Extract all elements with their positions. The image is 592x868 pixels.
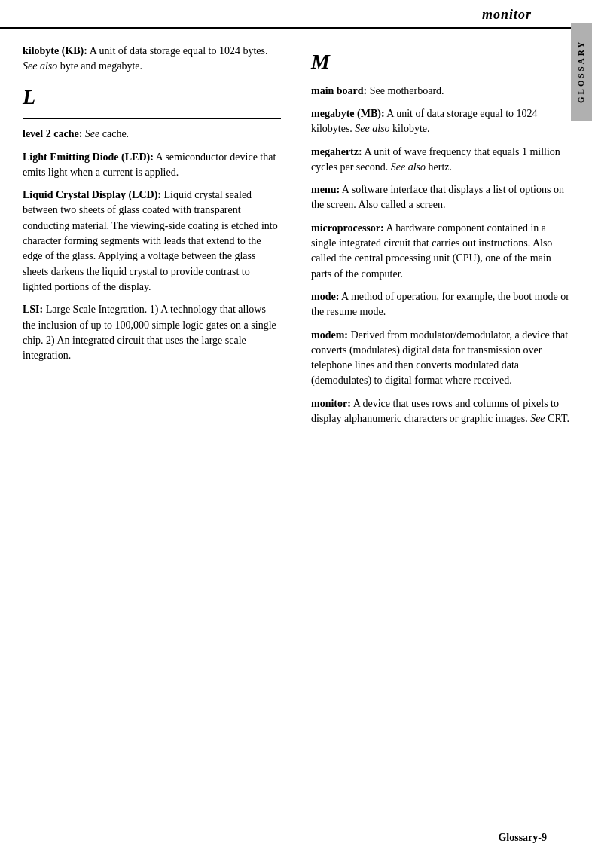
megahertz-term: megahertz: (311, 146, 362, 157)
side-tab-label: GLOSSARY (575, 40, 587, 103)
entry-kilobyte: kilobyte (KB): A unit of data storage eq… (23, 44, 281, 75)
menu-def: A software interface that displays a lis… (311, 184, 564, 210)
entry-level2cache: level 2 cache: See cache. (23, 127, 281, 142)
entry-mode: mode: A method of operation, for example… (311, 289, 569, 320)
page-container: monitor GLOSSARY kilobyte (KB): A unit o… (0, 0, 592, 868)
megabyte-term: megabyte (MB): (311, 108, 385, 119)
microprocessor-term: microprocessor: (311, 222, 384, 234)
entry-lsi: LSI: Large Scale Integration. 1) A techn… (23, 302, 281, 363)
lcd-term: Liquid Crystal Display (LCD): (23, 189, 161, 200)
entry-monitor: monitor: A device that uses rows and col… (311, 396, 569, 427)
modem-term: modem: (311, 329, 348, 341)
level2cache-term: level 2 cache: (23, 128, 82, 139)
lcd-def: Liquid crystal sealed between two sheets… (23, 189, 278, 292)
kilobyte-term: kilobyte (KB): (23, 45, 87, 57)
mainboard-def: See motherboard. (370, 85, 444, 96)
led-term: Light Emitting Diode (LED): (23, 151, 154, 163)
left-column: kilobyte (KB): A unit of data storage eq… (23, 44, 296, 434)
entry-mainboard: main board: See motherboard. (311, 84, 569, 99)
entry-menu: menu: A software interface that displays… (311, 182, 569, 213)
mode-def: A method of operation, for example, the … (311, 291, 569, 317)
footer-label: Glossary-9 (498, 832, 547, 843)
section-letter-L: L (23, 82, 281, 113)
lsi-term: LSI: (23, 304, 43, 315)
glossary-side-tab: GLOSSARY (571, 23, 592, 121)
monitor-term: monitor: (311, 398, 351, 409)
mode-term: mode: (311, 291, 339, 302)
entry-modem: modem: Derived from modulator/demodulato… (311, 328, 569, 389)
entry-lcd: Liquid Crystal Display (LCD): Liquid cry… (23, 188, 281, 295)
entry-led: Light Emitting Diode (LED): A semiconduc… (23, 150, 281, 181)
entry-megahertz: megahertz: A unit of wave frequency that… (311, 145, 569, 176)
menu-term: menu: (311, 184, 340, 195)
section-letter-M: M (311, 47, 569, 78)
modem-def: Derived from modulator/demodulator, a de… (311, 329, 568, 387)
kilobyte-text: kilobyte (KB): A unit of data storage eq… (23, 44, 281, 75)
lsi-def: Large Scale Integration. 1) A technology… (23, 304, 276, 361)
content-area: kilobyte (KB): A unit of data storage eq… (0, 29, 592, 449)
page-header: monitor (0, 0, 592, 29)
right-column: M main board: See motherboard. megabyte … (296, 44, 569, 434)
entry-microprocessor: microprocessor: A hardware component con… (311, 221, 569, 282)
page-footer: Glossary-9 (498, 830, 547, 845)
mainboard-term: main board: (311, 85, 367, 96)
header-title: monitor (482, 7, 532, 22)
divider-L (23, 118, 281, 119)
entry-megabyte: megabyte (MB): A unit of data storage eq… (311, 106, 569, 137)
level2cache-def: See cache. (85, 128, 129, 139)
